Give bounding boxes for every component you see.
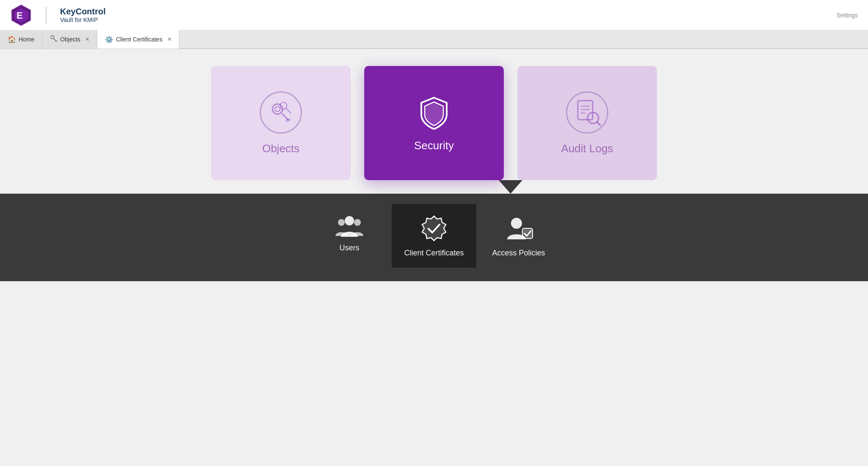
svg-point-22 bbox=[354, 219, 361, 226]
key-icon bbox=[50, 35, 58, 44]
svg-point-7 bbox=[272, 104, 283, 114]
svg-point-23 bbox=[511, 218, 522, 229]
tab-client-certificates-label: Client Certificates bbox=[116, 36, 162, 43]
arrow-container bbox=[0, 180, 868, 194]
header: E KeyControl Vault for KMIP Settings bbox=[0, 0, 868, 30]
svg-point-21 bbox=[338, 219, 345, 226]
objects-icon-circle bbox=[260, 91, 302, 134]
submenu-items: Users Client Certificates bbox=[307, 204, 561, 268]
submenu-access-policies-label: Access Policies bbox=[492, 249, 545, 258]
keys-icon bbox=[268, 100, 294, 125]
submenu-users-label: Users bbox=[339, 244, 359, 252]
tab-objects-label: Objects bbox=[60, 36, 80, 43]
users-icon bbox=[335, 214, 364, 238]
svg-text:E: E bbox=[16, 10, 23, 21]
svg-point-20 bbox=[345, 216, 354, 225]
tab-client-certificates[interactable]: ⚙️ Client Certificates × bbox=[97, 30, 179, 49]
submenu-item-client-certificates[interactable]: Client Certificates bbox=[392, 204, 476, 268]
tab-objects-close[interactable]: × bbox=[85, 36, 89, 43]
main-content: Objects Security bbox=[0, 49, 868, 466]
logo-area: E KeyControl Vault for KMIP bbox=[10, 4, 106, 26]
access-policies-icon bbox=[504, 214, 533, 244]
tab-home-label: Home bbox=[19, 36, 34, 43]
card-audit-logs[interactable]: Audit Logs bbox=[517, 66, 657, 180]
audit-icon-circle bbox=[566, 91, 608, 134]
app-title: KeyControl Vault for KMIP bbox=[60, 7, 106, 23]
submenu-client-certificates-label: Client Certificates bbox=[404, 249, 464, 258]
badge-icon bbox=[419, 214, 449, 244]
cards-row: Objects Security bbox=[211, 66, 657, 180]
audit-logs-card-label: Audit Logs bbox=[561, 142, 613, 155]
submenu-section: Users Client Certificates bbox=[0, 194, 868, 281]
header-user[interactable]: Settings bbox=[836, 12, 858, 19]
app-name: KeyControl bbox=[60, 7, 106, 16]
logo-divider bbox=[46, 7, 47, 24]
security-card-label: Security bbox=[414, 139, 454, 152]
audit-icon bbox=[574, 99, 601, 126]
tab-client-certificates-close[interactable]: × bbox=[168, 36, 171, 43]
submenu-item-access-policies[interactable]: Access Policies bbox=[476, 204, 561, 268]
tabs-bar: 🏠 Home Objects × ⚙️ Client Certificates … bbox=[0, 30, 868, 49]
arrow-wrapper bbox=[441, 180, 580, 194]
entrust-logo: E bbox=[10, 4, 32, 26]
cards-and-submenu: Objects Security bbox=[0, 66, 868, 281]
svg-point-3 bbox=[51, 36, 55, 39]
objects-card-label: Objects bbox=[262, 142, 299, 155]
svg-point-8 bbox=[275, 107, 280, 112]
svg-line-13 bbox=[286, 108, 291, 113]
tab-home[interactable]: 🏠 Home bbox=[0, 30, 42, 49]
app-sub: Vault for KMIP bbox=[60, 16, 106, 23]
tab-objects[interactable]: Objects × bbox=[42, 30, 97, 49]
shield-icon bbox=[415, 94, 453, 132]
svg-rect-14 bbox=[578, 101, 593, 120]
svg-line-19 bbox=[597, 122, 600, 125]
gear-icon: ⚙️ bbox=[105, 36, 113, 44]
security-arrow bbox=[499, 180, 522, 194]
card-objects[interactable]: Objects bbox=[211, 66, 351, 180]
card-security[interactable]: Security bbox=[364, 66, 504, 180]
submenu-item-users[interactable]: Users bbox=[307, 204, 392, 263]
home-icon: 🏠 bbox=[8, 36, 16, 44]
